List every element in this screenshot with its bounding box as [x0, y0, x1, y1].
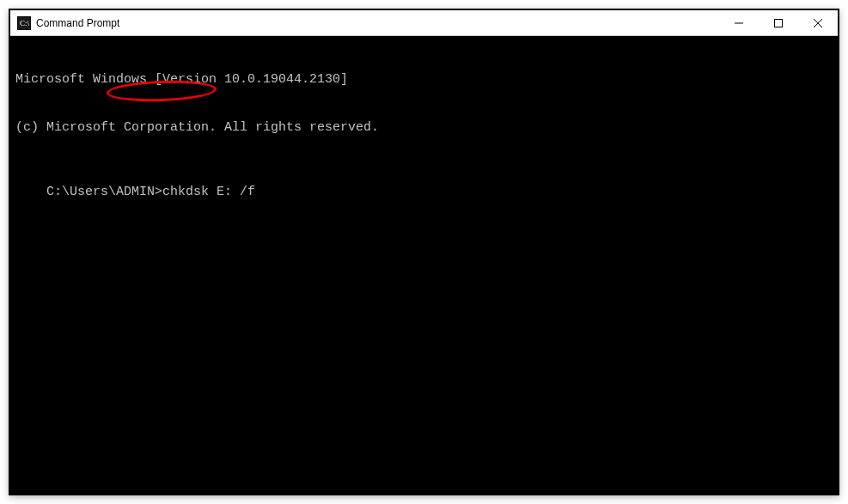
- command-prompt-window: C:\ Command Prompt Microsoft Windows [Ve…: [9, 9, 839, 495]
- command-text: chkdsk E: /f: [162, 185, 255, 199]
- version-line: Microsoft Windows [Version 10.0.19044.21…: [15, 72, 833, 88]
- cmd-icon: C:\: [17, 16, 31, 30]
- window-title: Command Prompt: [36, 17, 119, 29]
- window-controls: [719, 10, 838, 35]
- copyright-line: (c) Microsoft Corporation. All rights re…: [15, 120, 833, 137]
- terminal-area[interactable]: Microsoft Windows [Version 10.0.19044.21…: [10, 36, 838, 494]
- close-button[interactable]: [798, 10, 838, 35]
- svg-text:C:\: C:\: [20, 19, 30, 27]
- titlebar[interactable]: C:\ Command Prompt: [10, 10, 838, 36]
- minimize-button[interactable]: [719, 10, 759, 35]
- maximize-button[interactable]: [759, 10, 798, 35]
- prompt-prefix: C:\Users\ADMIN>: [46, 185, 162, 199]
- prompt-line: C:\Users\ADMIN>chkdsk E: /f: [46, 185, 255, 201]
- svg-rect-4: [775, 19, 783, 27]
